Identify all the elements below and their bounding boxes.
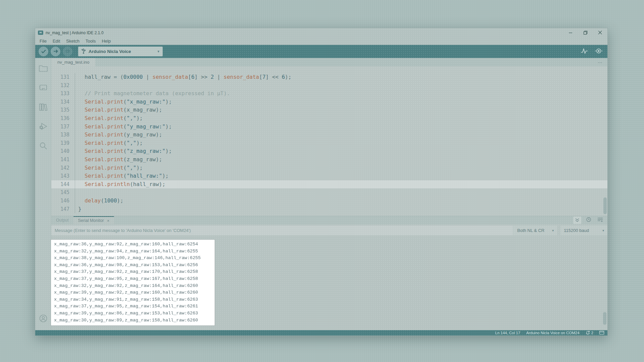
chevron-down-icon: ▾ — [602, 229, 604, 232]
code-line[interactable]: 143 Serial.print("hall_raw:"); — [51, 172, 607, 180]
line-text: Serial.print(","); — [75, 139, 143, 147]
code-line[interactable]: 144 Serial.println(hall_raw); — [51, 180, 607, 189]
tab-output[interactable]: Output — [51, 216, 73, 224]
line-text: } — [75, 205, 82, 214]
tab-nv-mag-test-ino[interactable]: nv_mag_test.ino — [51, 58, 95, 66]
code-line[interactable]: 141 Serial.print(z_mag_raw); — [51, 156, 607, 164]
line-ending-select[interactable]: Both NL & CR ▾ — [514, 226, 557, 235]
serial-message-input[interactable] — [51, 226, 513, 235]
line-text: Serial.print("x_mag_raw:"); — [75, 98, 172, 106]
line-text — [75, 188, 78, 197]
code-line[interactable]: 135 Serial.print(x_mag_raw); — [51, 106, 607, 114]
toolbar-right — [581, 48, 603, 55]
code-line[interactable]: 137 Serial.print("y_mag_raw:"); — [51, 123, 607, 131]
serial-output-lines: x_mag_raw:36,y_mag_raw:92,z_mag_raw:160,… — [52, 241, 213, 324]
collapse-panel-icon — [575, 217, 579, 223]
ellipsis-icon: ⋯ — [598, 60, 603, 65]
collapse-panel-button[interactable] — [573, 217, 581, 224]
editor-column: nv_mag_test.ino ⋯ 131 hall_raw = (0x0000… — [51, 58, 607, 330]
sidebar-item-debugger[interactable] — [39, 122, 48, 131]
account-icon — [39, 314, 47, 324]
menu-file[interactable]: File — [37, 39, 50, 44]
output-scrollbar-thumb[interactable] — [603, 312, 606, 325]
panel-actions — [573, 216, 607, 224]
code-editor[interactable]: 131 hall_raw = (0x0000 | sensor_data[6] … — [51, 66, 607, 216]
code-line[interactable]: 140 Serial.print("z_mag_raw:"); — [51, 147, 607, 156]
cursor-position[interactable]: Ln 144, Col 17 — [495, 331, 520, 335]
line-number: 139 — [51, 139, 75, 147]
tab-serial-monitor[interactable]: Serial Monitor × — [73, 216, 114, 224]
code-line[interactable]: 136 Serial.print(","); — [51, 114, 607, 123]
baud-rate-select[interactable]: 115200 baud ▾ — [560, 226, 607, 235]
line-number: 146 — [51, 197, 75, 205]
menu-tools[interactable]: Tools — [83, 39, 99, 44]
sidebar-item-boards-manager[interactable] — [39, 83, 48, 93]
serial-plotter-button[interactable] — [581, 48, 588, 55]
line-number: 133 — [51, 89, 75, 98]
serial-monitor-button[interactable] — [595, 48, 603, 55]
verify-button[interactable] — [39, 47, 48, 56]
panel-toggle[interactable] — [599, 331, 604, 335]
timestamp-icon — [586, 217, 591, 223]
serial-line: x_mag_raw:39,y_mag_raw:86,z_mag_raw:153,… — [52, 310, 213, 317]
title-bar[interactable]: ∞ nv_mag_test | Arduino IDE 2.1.0 — [35, 28, 607, 37]
upload-button[interactable] — [51, 47, 60, 56]
line-text: Serial.print("hall_raw:"); — [75, 172, 169, 180]
close-button[interactable] — [593, 28, 607, 37]
serial-monitor-output[interactable]: x_mag_raw:36,y_mag_raw:92,z_mag_raw:160,… — [51, 237, 607, 330]
line-text: delay(1000); — [75, 197, 123, 205]
notifications[interactable]: 2 — [586, 330, 593, 336]
menu-help[interactable]: Help — [99, 39, 114, 44]
code-line[interactable]: 131 hall_raw = (0x0000 | sensor_data[6] … — [51, 73, 607, 81]
code-line[interactable]: 139 Serial.print(","); — [51, 139, 607, 147]
main-area: nv_mag_test.ino ⋯ 131 hall_raw = (0x0000… — [35, 58, 607, 330]
code-line[interactable]: 133 // Print magnetometer data (expresse… — [51, 89, 607, 98]
code-line[interactable]: 142 Serial.print(","); — [51, 164, 607, 172]
line-number: 141 — [51, 156, 75, 164]
board-port-status[interactable]: Arduino Nicla Voice on COM24 — [526, 331, 580, 335]
line-text: Serial.print(","); — [75, 114, 143, 123]
serial-line: x_mag_raw:32,y_mag_raw:94,z_mag_raw:164,… — [52, 248, 213, 255]
tab-actions-overflow[interactable]: ⋯ — [593, 58, 607, 66]
serial-line: x_mag_raw:36,y_mag_raw:92,z_mag_raw:160,… — [52, 241, 213, 248]
sidebar-item-sketchbook[interactable] — [39, 64, 48, 73]
line-text: // Print magnetometer data (expressed in… — [75, 89, 230, 98]
serial-line: x_mag_raw:39,y_mag_raw:92,z_mag_raw:160,… — [52, 289, 213, 296]
sidebar-item-account[interactable] — [39, 314, 48, 323]
line-number: 138 — [51, 131, 75, 139]
menu-sketch[interactable]: Sketch — [63, 39, 83, 44]
line-text: Serial.println(hall_raw); — [75, 180, 165, 189]
code-line[interactable]: 134 Serial.print("x_mag_raw:"); — [51, 98, 607, 106]
timestamp-toggle-button[interactable] — [585, 217, 593, 224]
code-line[interactable]: 138 Serial.print(y_mag_raw); — [51, 131, 607, 139]
close-tab-icon[interactable]: × — [107, 218, 110, 223]
sidebar-item-library-manager[interactable] — [39, 103, 48, 112]
debug-button[interactable] — [63, 47, 72, 56]
code-line[interactable]: 147} — [51, 205, 607, 214]
serial-line: x_mag_raw:30,y_mag_raw:89,z_mag_raw:158,… — [52, 317, 213, 324]
board-selector[interactable]: Arduino Nicla Voice ▾ — [78, 47, 163, 56]
code-line[interactable]: 146 delay(1000); — [51, 197, 607, 205]
line-number: 131 — [51, 73, 75, 81]
code-line[interactable]: 145 — [51, 188, 607, 197]
line-number: 145 — [51, 188, 75, 197]
editor-scrollbar-thumb[interactable] — [603, 197, 607, 214]
verify-icon — [41, 49, 46, 55]
baud-rate-value: 115200 baud — [564, 228, 589, 233]
tab-serial-monitor-label: Serial Monitor — [78, 218, 104, 223]
serial-output-highlight-box: x_mag_raw:36,y_mag_raw:92,z_mag_raw:160,… — [51, 240, 215, 325]
code-line[interactable]: 132 — [51, 81, 607, 90]
line-text: Serial.print(x_mag_raw); — [75, 106, 162, 114]
sketchbook-folder-icon — [39, 64, 48, 73]
sidebar-item-search[interactable] — [39, 142, 48, 151]
minimize-button[interactable] — [563, 28, 578, 37]
serial-line: x_mag_raw:37,y_mag_raw:95,z_mag_raw:167,… — [52, 276, 213, 283]
clear-output-icon — [598, 217, 603, 223]
menu-edit[interactable]: Edit — [50, 39, 63, 44]
line-text: Serial.print(y_mag_raw); — [75, 131, 162, 139]
status-bar: Ln 144, Col 17 Arduino Nicla Voice on CO… — [35, 330, 607, 336]
chevron-down-icon: ▾ — [157, 49, 159, 54]
maximize-button[interactable] — [578, 28, 593, 37]
clear-output-button[interactable] — [596, 217, 604, 224]
line-number: 134 — [51, 98, 75, 106]
